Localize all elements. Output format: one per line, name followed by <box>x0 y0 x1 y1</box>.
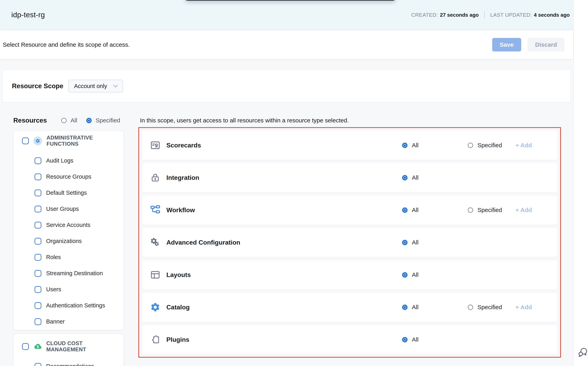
specified-radio[interactable] <box>468 305 473 310</box>
resources-mode-radios: All Specified <box>61 117 120 124</box>
scorecards-add[interactable]: + Add <box>515 142 547 149</box>
resources-column: Resources All Specified <box>13 116 124 366</box>
tree-item-users: Users <box>35 281 119 297</box>
tree-item-authentication-settings: Authentication Settings <box>35 297 119 313</box>
specified-radio[interactable] <box>468 143 473 148</box>
access-column: In this scope, users get access to all r… <box>138 116 561 366</box>
resource-scope-value: Account only <box>74 83 107 89</box>
puzzle-icon <box>150 334 160 345</box>
workflow-icon <box>150 205 160 215</box>
advanced-configuration-all-option[interactable]: All <box>402 239 468 246</box>
all-radio[interactable] <box>402 240 408 245</box>
all-radio[interactable] <box>402 337 408 342</box>
toolbar-actions: Save Discard <box>492 38 565 52</box>
all-radio[interactable] <box>61 118 67 123</box>
toolbar-description: Select Resource and define its scope of … <box>3 41 130 48</box>
meta-divider <box>484 11 485 19</box>
cloud-cost-management-checkbox[interactable] <box>22 343 29 350</box>
scorecards-all-option[interactable]: All <box>402 142 468 149</box>
resource-scope-dropdown[interactable]: Account only <box>68 80 123 92</box>
resources-header: Resources All Specified <box>13 116 124 125</box>
tree-item-banner: Banner <box>35 313 119 330</box>
group-row-administrative-functions: ADMINISTRATIVE FUNCTIONS <box>22 136 119 145</box>
chat-bubbles-icon[interactable] <box>576 346 588 358</box>
resource-row-advanced-configuration: Advanced Configuration All <box>142 228 557 257</box>
app-window: idp-test-rg CREATED: 27 seconds ago LAST… <box>0 0 573 366</box>
resource-row-workflow: Workflow All Specified + Add <box>142 195 557 225</box>
chevron-down-icon <box>113 83 118 87</box>
tree-item-streaming-destination: Streaming Destination <box>35 265 119 281</box>
scorecards-icon <box>150 140 160 150</box>
gears-icon <box>150 237 160 248</box>
resource-row-plugins: Plugins All <box>142 325 557 354</box>
administrative-functions-checkbox[interactable] <box>22 137 29 144</box>
workflow-add[interactable]: + Add <box>515 207 547 214</box>
toolbar: Select Resource and define its scope of … <box>0 30 573 59</box>
save-button[interactable]: Save <box>492 38 521 52</box>
all-radio[interactable] <box>402 143 408 148</box>
specified-radio[interactable] <box>86 118 92 123</box>
resource-row-scorecards: Scorecards All Specified + Add <box>142 130 557 160</box>
default-settings-checkbox[interactable] <box>35 190 41 196</box>
recommendations-checkbox[interactable] <box>35 363 41 366</box>
resources-mode-all[interactable]: All <box>61 117 77 124</box>
resource-row-integration: Integration All <box>142 163 557 192</box>
tree-item-roles: Roles <box>35 249 119 265</box>
page-title: idp-test-rg <box>11 11 45 19</box>
resources-mode-specified[interactable]: Specified <box>86 117 120 124</box>
authentication-settings-checkbox[interactable] <box>35 302 41 309</box>
all-radio[interactable] <box>402 175 408 180</box>
catalog-all-option[interactable]: All <box>402 304 468 311</box>
all-radio[interactable] <box>402 305 408 310</box>
plugins-all-option[interactable]: All <box>402 336 468 343</box>
all-radio[interactable] <box>402 272 408 278</box>
tree-item-service-accounts: Service Accounts <box>35 217 119 233</box>
organizations-checkbox[interactable] <box>35 238 41 244</box>
users-checkbox[interactable] <box>35 286 41 293</box>
specified-radio[interactable] <box>468 207 473 213</box>
gear-circle-icon <box>33 137 42 145</box>
updated-value: 4 seconds ago <box>534 12 570 18</box>
resource-group-card-administrative: ADMINISTRATIVE FUNCTIONS Audit Logs Reso… <box>13 130 124 330</box>
svg-text:$: $ <box>37 345 39 349</box>
catalog-add[interactable]: + Add <box>515 304 547 311</box>
right-gutter <box>573 0 588 366</box>
add-link[interactable]: + Add <box>515 142 532 149</box>
streaming-destination-checkbox[interactable] <box>35 270 41 277</box>
toast-edge-shadow <box>185 0 395 0</box>
service-accounts-checkbox[interactable] <box>35 222 41 229</box>
layout-icon <box>150 270 160 280</box>
catalog-specified-option[interactable]: Specified <box>468 304 515 311</box>
audit-logs-checkbox[interactable] <box>35 157 41 164</box>
main-band: Resources All Specified <box>13 116 573 366</box>
all-radio[interactable] <box>402 207 408 213</box>
resource-row-layouts: Layouts All <box>142 260 557 290</box>
banner-checkbox[interactable] <box>35 318 41 325</box>
header-meta: CREATED: 27 seconds ago LAST UPDATED: 4 … <box>411 11 570 19</box>
discard-button[interactable]: Discard <box>527 38 565 52</box>
created-label: CREATED: <box>411 12 438 18</box>
roles-checkbox[interactable] <box>35 254 41 261</box>
resource-types-highlight-box: Scorecards All Specified + Add <box>138 127 561 358</box>
tree-item-resource-groups: Resource Groups <box>35 169 119 185</box>
tree-item-recommendations: Recommendations <box>35 358 119 366</box>
lock-icon <box>150 172 160 183</box>
page-header: idp-test-rg CREATED: 27 seconds ago LAST… <box>0 0 573 30</box>
created-value: 27 seconds ago <box>440 12 479 18</box>
tree-item-user-groups: User Groups <box>35 201 119 217</box>
resource-groups-checkbox[interactable] <box>35 174 41 180</box>
scorecards-specified-option[interactable]: Specified <box>468 142 515 149</box>
add-link[interactable]: + Add <box>515 304 532 311</box>
cloud-dollar-icon: $ <box>33 342 42 351</box>
add-link[interactable]: + Add <box>515 207 532 214</box>
workflow-specified-option[interactable]: Specified <box>468 207 515 214</box>
tree-item-audit-logs: Audit Logs <box>35 152 119 169</box>
resource-scope-card: Resource Scope Account only <box>2 70 571 102</box>
resource-scope-label: Resource Scope <box>12 82 63 90</box>
user-groups-checkbox[interactable] <box>35 206 41 212</box>
integration-all-option[interactable]: All <box>402 174 468 181</box>
updated-label: LAST UPDATED: <box>490 12 532 18</box>
workflow-all-option[interactable]: All <box>402 207 468 214</box>
tree-item-organizations: Organizations <box>35 233 119 249</box>
layouts-all-option[interactable]: All <box>402 271 468 278</box>
